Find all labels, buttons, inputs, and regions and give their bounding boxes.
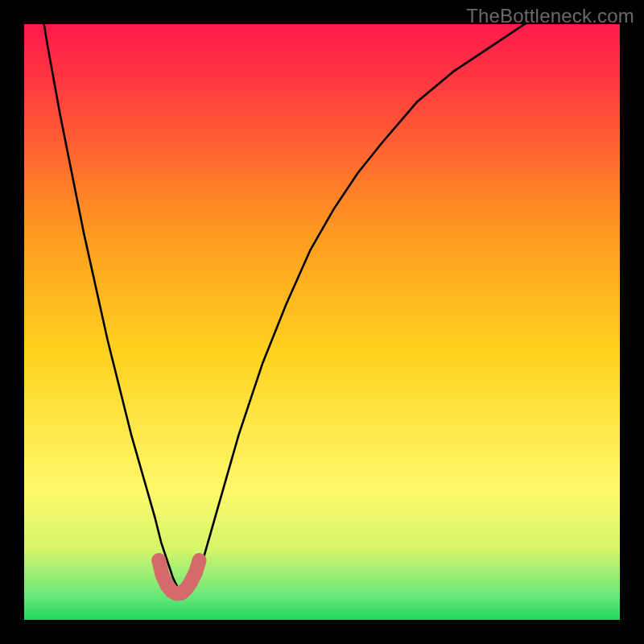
chart-plot-area: [24, 24, 620, 620]
chart-frame: TheBottleneck.com: [0, 0, 644, 644]
chart-svg: [24, 24, 620, 620]
gradient-background: [24, 24, 620, 620]
